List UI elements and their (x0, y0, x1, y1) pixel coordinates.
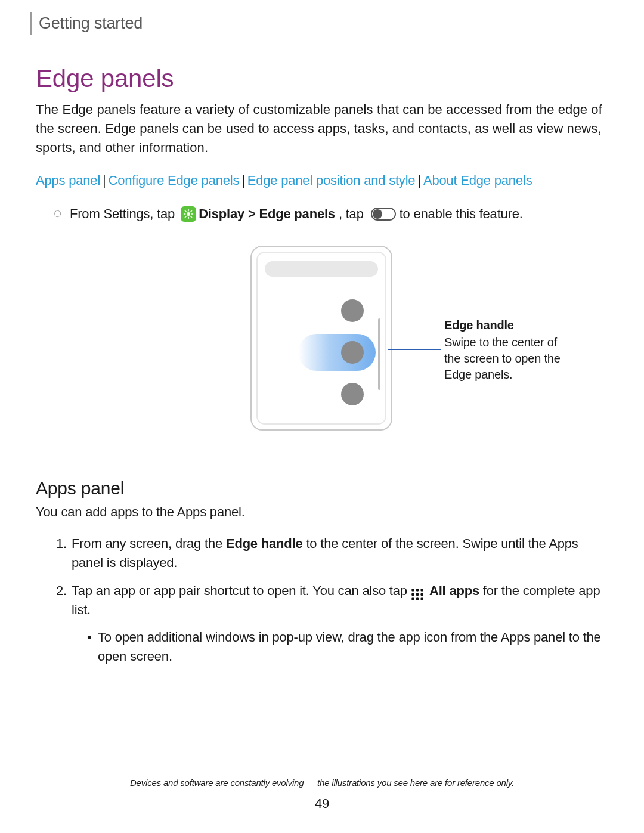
svg-point-17 (416, 597, 419, 600)
callout-desc: Swipe to the center of the screen to ope… (444, 336, 561, 381)
edge-handle-bar (378, 318, 380, 390)
step1-bold: Edge handle (226, 536, 303, 551)
section-label: Getting started (39, 14, 143, 33)
app-dot-icon (341, 341, 364, 364)
svg-line-6 (185, 210, 187, 212)
callout-title: Edge handle (444, 317, 575, 333)
bullet-dot: • (87, 628, 98, 666)
subsection-intro: You can add apps to the Apps panel. (36, 504, 608, 520)
footer: Devices and software are constantly evol… (0, 778, 644, 812)
svg-point-14 (416, 593, 419, 596)
instr-pre: From Settings, tap (70, 206, 175, 222)
step2-pre: Tap an app or app pair shortcut to open … (72, 583, 407, 598)
app-dot-icon (341, 299, 364, 322)
callout-line (388, 349, 441, 350)
section-tab-bar (30, 12, 32, 35)
step2-bold: All apps (426, 583, 479, 598)
link-position-style[interactable]: Edge panel position and style (247, 173, 416, 188)
display-settings-icon (181, 206, 196, 222)
intro-paragraph: The Edge panels feature a variety of cus… (36, 100, 608, 157)
instr-mid: , tap (339, 206, 364, 222)
illustration: Edge handle Swipe to the center of the s… (36, 246, 608, 448)
step-item: 1. From any screen, drag the Edge handle… (56, 534, 608, 572)
svg-point-1 (187, 212, 190, 216)
step-item: 2. Tap an app or app pair shortcut to op… (56, 581, 608, 666)
step-number: 1. (56, 534, 72, 553)
instr-post: to enable this feature. (400, 206, 523, 222)
svg-point-18 (420, 597, 423, 600)
hollow-bullet-icon (54, 210, 61, 218)
steps-list: 1. From any screen, drag the Edge handle… (56, 534, 608, 666)
link-configure-edge[interactable]: Configure Edge panels (109, 173, 240, 188)
app-dot-icon (341, 383, 364, 405)
svg-point-13 (411, 593, 414, 596)
link-apps-panel[interactable]: Apps panel (36, 173, 100, 188)
all-apps-icon (410, 587, 425, 602)
svg-point-15 (420, 593, 423, 596)
search-pill-placeholder (265, 261, 378, 277)
footer-note: Devices and software are constantly evol… (0, 778, 644, 788)
link-about-edge[interactable]: About Edge panels (423, 173, 532, 188)
instruction-line: From Settings, tap Display > Edge panels… (54, 206, 608, 222)
svg-line-9 (191, 210, 192, 212)
callout-text: Edge handle Swipe to the center of the s… (444, 317, 575, 383)
phone-outline (250, 246, 392, 431)
sub-item: • To open additional windows in pop-up v… (87, 628, 608, 666)
svg-point-10 (411, 589, 414, 592)
sub-text: To open additional windows in pop-up vie… (98, 628, 608, 666)
subsection-title: Apps panel (36, 478, 608, 498)
links-row: Apps panel|Configure Edge panels|Edge pa… (36, 173, 608, 188)
svg-point-12 (420, 589, 423, 592)
section-tab: Getting started (30, 12, 608, 35)
step-number: 2. (56, 581, 72, 600)
svg-point-0 (54, 211, 60, 217)
svg-point-11 (416, 589, 419, 592)
svg-point-16 (411, 597, 414, 600)
instr-display-edge: Display > Edge panels (199, 206, 335, 222)
toggle-off-icon (371, 208, 396, 221)
swipe-glow (298, 334, 376, 371)
page-title: Edge panels (36, 64, 608, 93)
phone-screen (256, 252, 386, 425)
sub-list: • To open additional windows in pop-up v… (87, 628, 608, 666)
step1-pre: From any screen, drag the (72, 536, 226, 551)
svg-line-7 (191, 216, 192, 218)
page-number: 49 (0, 796, 644, 812)
svg-line-8 (185, 216, 187, 218)
